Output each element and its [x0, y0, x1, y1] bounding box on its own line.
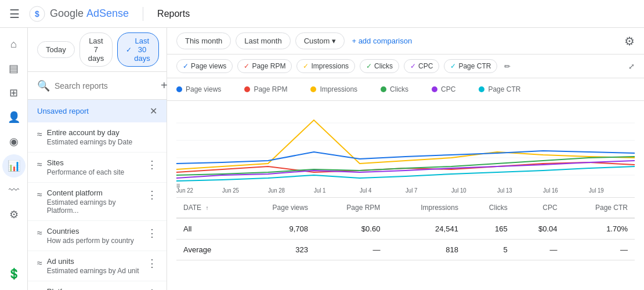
cell-page-ctr: 1.70% [565, 218, 635, 240]
cell-date: Average [176, 240, 240, 260]
chart-table-area: Jun 22 Jun 25 Jun 28 Jul 1 Jul 4 Jul 7 J… [167, 101, 644, 290]
svg-text:Jun 28: Jun 28 [268, 187, 285, 194]
unsaved-report-label: Unsaved report [37, 107, 89, 115]
chip-clicks[interactable]: ✓ Clicks [360, 59, 399, 73]
legend-dot [244, 86, 250, 92]
col-date[interactable]: DATE ↑ [176, 198, 240, 219]
adsense-logo-icon: $ [29, 6, 45, 22]
svg-text:Jul 19: Jul 19 [589, 187, 604, 194]
report-item[interactable]: ≈ Countries How ads perform by country ⋮ [28, 221, 167, 251]
report-list: ≈ Entire account by day Estimated earnin… [28, 122, 167, 290]
metric-chips-bar: ✓ Page views ✓ Page RPM ✓ Impressions ✓ … [167, 55, 644, 78]
chart-container: Jun 22 Jun 25 Jun 28 Jul 1 Jul 4 Jul 7 J… [167, 101, 644, 197]
nav-payments-icon[interactable]: 💲 [2, 262, 26, 285]
col-impressions[interactable]: Impressions [387, 198, 465, 219]
nav-reports-list-icon[interactable]: ▤ [2, 57, 26, 80]
last7days-btn[interactable]: Last 7 days [79, 32, 113, 67]
hamburger-icon[interactable]: ☰ [9, 7, 20, 21]
main-layout: ⌂ ▤ ⊞ 👤 ◉ 📊 〰 ⚙ 💲 Today Last 7 days ✓ La… [0, 28, 644, 290]
nav-line-chart-icon[interactable]: 〰 [2, 179, 26, 202]
more-options-icon[interactable]: ⋮ [147, 158, 157, 171]
header-divider [143, 7, 143, 21]
legend-clicks: Clicks [381, 85, 408, 93]
col-page-views[interactable]: Page views [240, 198, 314, 219]
nav-privacy-icon[interactable]: ◉ [2, 130, 26, 153]
more-options-icon[interactable]: ⋮ [147, 287, 157, 290]
add-comparison-btn[interactable]: + add comparison [352, 37, 412, 45]
cell-page-ctr: — [565, 240, 635, 260]
chip-page-ctr[interactable]: ✓ Page CTR [444, 59, 497, 73]
chip-cpc[interactable]: ✓ CPC [404, 59, 439, 73]
cell-cpc: $0.04 [515, 218, 565, 240]
col-page-rpm[interactable]: Page RPM [315, 198, 387, 219]
report-item[interactable]: ≈ Ad units Estimated earnings by Ad unit… [28, 251, 167, 281]
col-cpc[interactable]: CPC [515, 198, 565, 219]
custom-btn[interactable]: Custom ▾ [295, 32, 345, 49]
report-item[interactable]: ≈ Entire account by day Estimated earnin… [28, 122, 167, 153]
chip-check-icon: ✓ [366, 62, 372, 70]
legend-dot [176, 86, 182, 92]
expand-chart-icon[interactable]: ⤢ [628, 62, 635, 71]
chip-impressions[interactable]: ✓ Impressions [296, 59, 355, 73]
logo-area: $ Google AdSense [29, 6, 129, 22]
legend-row: Page views Page RPM Impressions Clicks C… [167, 78, 644, 101]
this-month-btn[interactable]: This month [176, 32, 231, 49]
chip-check-icon: ✓ [410, 62, 416, 70]
main-date-bar: This month Last month Custom ▾ + add com… [167, 28, 644, 55]
report-item[interactable]: ≈ Sites Performance of each site ⋮ [28, 153, 167, 183]
more-options-icon[interactable]: ⋮ [147, 188, 157, 201]
data-table-container: DATE ↑ Page views Page RPM Impressions C… [167, 197, 644, 260]
add-report-icon[interactable]: + [161, 79, 168, 92]
last30days-btn[interactable]: ✓ Last 30 days [117, 32, 158, 67]
nav-account-icon[interactable]: 👤 [2, 106, 26, 129]
today-btn[interactable]: Today [37, 41, 75, 58]
nav-chart-icon[interactable]: 📊 [2, 154, 26, 177]
svg-text:Jul 13: Jul 13 [497, 187, 512, 194]
col-clicks[interactable]: Clicks [465, 198, 515, 219]
left-nav: ⌂ ▤ ⊞ 👤 ◉ 📊 〰 ⚙ 💲 [0, 28, 28, 290]
report-icon: ≈ [37, 228, 42, 238]
unsaved-report-item[interactable]: Unsaved report ✕ [28, 100, 167, 122]
main-content: This month Last month Custom ▾ + add com… [167, 28, 644, 290]
search-input[interactable] [55, 81, 156, 90]
svg-text:≡: ≡ [176, 182, 180, 189]
svg-text:Jul 16: Jul 16 [543, 187, 558, 194]
more-options-icon[interactable]: ⋮ [147, 257, 157, 270]
cell-clicks: 165 [465, 218, 515, 240]
line-chart: Jun 22 Jun 25 Jun 28 Jul 1 Jul 4 Jul 7 J… [176, 106, 635, 195]
nav-grid-icon[interactable]: ⊞ [2, 81, 26, 104]
dropdown-arrow-icon: ▾ [332, 37, 336, 45]
date-filter-bar: Today Last 7 days ✓ Last 30 days [28, 28, 167, 72]
chip-check-icon: ✓ [244, 62, 249, 70]
svg-text:Jul 10: Jul 10 [451, 187, 466, 194]
more-options-icon[interactable]: ⋮ [147, 227, 157, 240]
search-icon: 🔍 [37, 79, 50, 92]
logo-text: Google AdSense [50, 8, 129, 20]
col-page-ctr[interactable]: Page CTR [565, 198, 635, 219]
last-month-btn[interactable]: Last month [236, 32, 290, 49]
legend-page-rpm: Page RPM [244, 85, 287, 93]
legend-dot [381, 86, 386, 92]
report-item[interactable]: ≈ Content platform Estimated earnings by… [28, 183, 167, 221]
report-icon: ≈ [37, 190, 42, 200]
search-area: 🔍 + [28, 72, 167, 100]
chip-check-icon: ✓ [450, 62, 456, 70]
chip-check-icon: ✓ [303, 62, 309, 70]
nav-settings-icon[interactable]: ⚙ [2, 203, 26, 226]
svg-text:Jul 4: Jul 4 [360, 187, 372, 194]
svg-text:Jun 25: Jun 25 [222, 187, 239, 194]
nav-home-icon[interactable]: ⌂ [2, 32, 26, 56]
chip-page-views[interactable]: ✓ Page views [176, 59, 233, 73]
page-settings-icon[interactable]: ⚙ [624, 34, 635, 48]
cell-page-rpm: — [315, 240, 387, 260]
chip-check-icon: ✓ [183, 62, 189, 70]
svg-text:$: $ [35, 9, 39, 19]
report-item[interactable]: ≈ Platforms Estimated earnings by Platfo… [28, 281, 167, 290]
edit-metrics-icon[interactable]: ✏ [504, 62, 511, 71]
close-unsaved-icon[interactable]: ✕ [150, 106, 157, 117]
cell-cpc: — [515, 240, 565, 260]
cell-page-views: 9,708 [240, 218, 314, 240]
chip-page-rpm[interactable]: ✓ Page RPM [237, 59, 292, 73]
cell-page-rpm: $0.60 [315, 218, 387, 240]
legend-page-views: Page views [176, 85, 221, 93]
